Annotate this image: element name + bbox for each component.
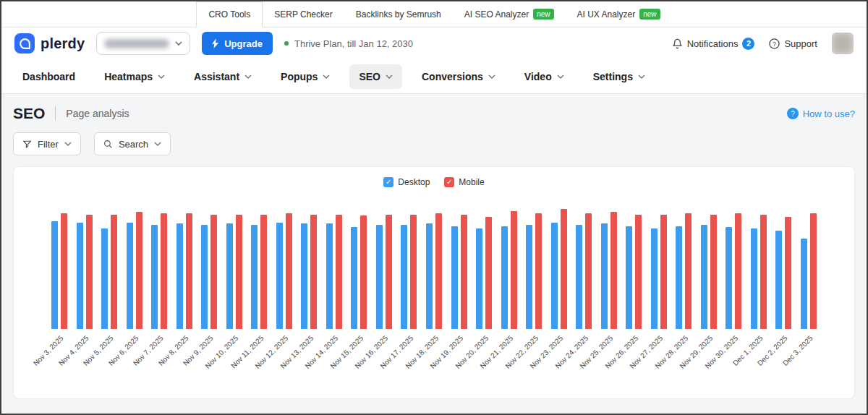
tab-label: SERP Checker — [274, 9, 332, 20]
notifications-button[interactable]: Notifications 2 — [672, 38, 755, 50]
bar-mobile[interactable] — [410, 215, 417, 329]
bar-desktop[interactable] — [251, 225, 258, 329]
bar-mobile[interactable] — [336, 215, 342, 329]
bar-desktop[interactable] — [501, 226, 508, 329]
bar-desktop[interactable] — [701, 225, 707, 329]
bar-mobile[interactable] — [585, 213, 592, 329]
bar-mobile[interactable] — [710, 215, 717, 329]
support-button[interactable]: ? Support — [769, 38, 817, 49]
bar-mobile[interactable] — [61, 213, 67, 329]
bar-desktop[interactable] — [301, 223, 307, 329]
nav-item-assistant[interactable]: Assistant — [184, 64, 261, 89]
bar-desktop[interactable] — [726, 227, 732, 329]
bar-desktop[interactable] — [401, 225, 407, 329]
bar-mobile[interactable] — [236, 215, 242, 329]
bar-desktop[interactable] — [601, 223, 608, 329]
bar-mobile[interactable] — [386, 215, 392, 329]
app-window: CRO Tools SERP Checker Backlinks by Semr… — [0, 0, 868, 415]
tab-label: CRO Tools — [208, 9, 250, 20]
bar-mobile[interactable] — [660, 215, 667, 329]
bar-desktop[interactable] — [676, 226, 682, 329]
bar-group: Nov 5, 2025 — [97, 202, 122, 329]
bar-mobile[interactable] — [360, 215, 367, 329]
legend-label: Mobile — [459, 177, 484, 187]
bar-desktop[interactable] — [376, 225, 383, 329]
tab-backlinks-by-semrush[interactable]: Backlinks by Semrush — [344, 1, 453, 27]
bar-desktop[interactable] — [201, 225, 208, 329]
bar-desktop[interactable] — [326, 223, 333, 329]
bar-mobile[interactable] — [635, 215, 642, 329]
how-to-use-link[interactable]: ? How to use? — [787, 108, 855, 119]
bar-mobile[interactable] — [685, 213, 692, 329]
bar-mobile[interactable] — [785, 217, 791, 329]
nav-label: Conversions — [422, 71, 483, 82]
bar-desktop[interactable] — [551, 223, 558, 329]
bar-desktop[interactable] — [801, 239, 807, 329]
bar-desktop[interactable] — [451, 226, 458, 329]
nav-item-conversions[interactable]: Conversions — [412, 64, 505, 89]
desktop-checkbox[interactable] — [383, 177, 393, 187]
nav-item-seo[interactable]: SEO — [349, 64, 402, 89]
upgrade-button[interactable]: Upgrade — [202, 32, 273, 55]
bar-mobile[interactable] — [735, 213, 741, 329]
bar-mobile[interactable] — [111, 215, 117, 329]
nav-label: Heatmaps — [104, 71, 153, 82]
bar-mobile[interactable] — [286, 213, 292, 329]
nav-item-dashboard[interactable]: Dashboard — [13, 64, 85, 89]
tab-ai-ux-analyzer[interactable]: AI UX Analyzer new — [566, 1, 672, 27]
bar-mobile[interactable] — [260, 215, 267, 329]
bar-mobile[interactable] — [535, 213, 542, 329]
bar-group: Nov 13, 2025 — [297, 202, 322, 329]
bar-mobile[interactable] — [186, 213, 192, 329]
nav-item-popups[interactable]: Popups — [271, 64, 339, 89]
bar-mobile[interactable] — [210, 215, 217, 329]
legend-item-mobile[interactable]: Mobile — [444, 177, 484, 187]
bar-desktop[interactable] — [51, 221, 58, 329]
bar-desktop[interactable] — [101, 228, 108, 329]
account-selector[interactable] — [96, 32, 190, 55]
mobile-checkbox[interactable] — [444, 177, 454, 187]
bar-desktop[interactable] — [351, 227, 357, 329]
bar-desktop[interactable] — [276, 223, 283, 329]
nav-item-settings[interactable]: Settings — [584, 64, 655, 89]
avatar[interactable] — [832, 33, 854, 54]
bar-mobile[interactable] — [310, 215, 317, 329]
bar-desktop[interactable] — [226, 223, 233, 329]
nav-item-heatmaps[interactable]: Heatmaps — [95, 64, 174, 89]
nav-item-video[interactable]: Video — [515, 64, 574, 89]
bar-mobile[interactable] — [610, 212, 617, 329]
tab-cro-tools[interactable]: CRO Tools — [196, 1, 263, 27]
search-button[interactable]: Search — [94, 132, 171, 155]
bar-mobile[interactable] — [485, 217, 492, 329]
bar-mobile[interactable] — [760, 215, 767, 329]
bar-desktop[interactable] — [576, 225, 582, 329]
legend-item-desktop[interactable]: Desktop — [383, 177, 430, 187]
nav-label: Settings — [593, 71, 633, 82]
bar-desktop[interactable] — [751, 228, 757, 329]
bar-desktop[interactable] — [476, 228, 482, 329]
tab-serp-checker[interactable]: SERP Checker — [263, 1, 344, 27]
bar-desktop[interactable] — [526, 225, 532, 329]
tab-ai-seo-analyzer[interactable]: AI SEO Analyzer new — [453, 1, 566, 27]
bar-desktop[interactable] — [651, 228, 658, 329]
bar-desktop[interactable] — [151, 225, 158, 329]
bar-desktop[interactable] — [176, 223, 183, 329]
bar-mobile[interactable] — [810, 213, 817, 329]
bar-mobile[interactable] — [161, 213, 167, 329]
bar-mobile[interactable] — [461, 215, 467, 329]
bar-desktop[interactable] — [626, 226, 632, 329]
bar-mobile[interactable] — [86, 215, 93, 329]
bar-desktop[interactable] — [775, 231, 782, 329]
chevron-down-icon — [244, 74, 252, 79]
bar-desktop[interactable] — [77, 223, 83, 329]
bar-desktop[interactable] — [127, 223, 133, 329]
search-label: Search — [119, 139, 148, 150]
bar-mobile[interactable] — [136, 212, 142, 329]
bar-mobile[interactable] — [435, 213, 442, 329]
new-badge: new — [533, 9, 553, 20]
bar-desktop[interactable] — [426, 223, 433, 329]
filter-button[interactable]: Filter — [13, 132, 81, 155]
brand[interactable]: plerdy — [14, 33, 85, 54]
bar-mobile[interactable] — [511, 211, 517, 329]
bar-mobile[interactable] — [561, 209, 567, 329]
